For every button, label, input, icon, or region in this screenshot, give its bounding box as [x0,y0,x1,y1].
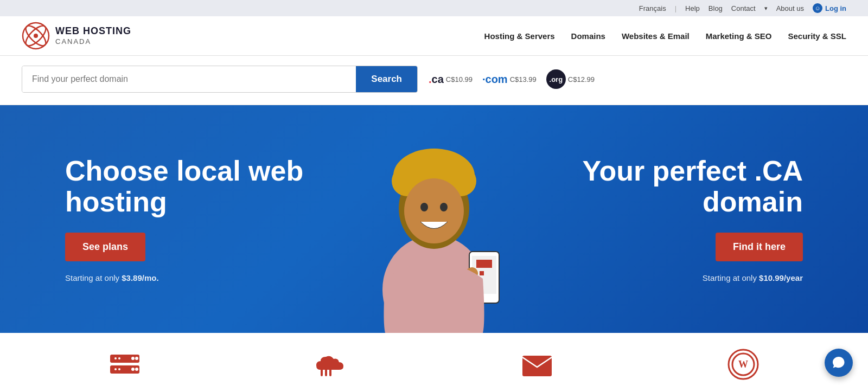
hero-left: Choose local web hosting See plans Start… [0,156,304,282]
header: WEB HOSTING CANADA Hosting & Servers Dom… [0,16,868,56]
hero-left-heading: Choose local web hosting [65,156,304,217]
ca-ext: .ca [429,73,444,86]
search-form: Search [22,66,418,93]
domain-ca-badge[interactable]: .ca C$10.99 [429,73,473,86]
svg-rect-27 [522,356,552,376]
svg-point-10 [404,178,464,243]
user-icon: ☺ [813,3,822,13]
nav-marketing[interactable]: Marketing & SEO [706,31,772,41]
com-ext: ·com [482,73,508,86]
hero-left-starting-price: $3.89/mo. [122,273,158,282]
logo-line2: CANADA [55,37,131,46]
login-label: Log in [825,4,846,12]
contact-chevron-icon: ▾ [764,5,768,12]
chat-icon [832,356,846,370]
hero-center-image [304,105,564,333]
svg-point-25 [114,368,117,370]
logo-line1: WEB HOSTING [55,25,131,37]
see-plans-button[interactable]: See plans [65,233,145,261]
hero-right-starting: Starting at only $10.99/year [564,273,803,282]
svg-point-19 [131,357,135,360]
francais-link[interactable]: Français [639,4,666,12]
hero-left-starting: Starting at only $3.89/mo. [65,273,304,282]
svg-point-26 [118,368,120,370]
search-button[interactable]: Search [356,66,417,92]
domain-com-badge[interactable]: ·com C$13.99 [482,73,537,86]
about-us-link[interactable]: About us [776,4,804,12]
nav-domains[interactable]: Domains [571,31,605,41]
nav-security[interactable]: Security & SSL [788,31,846,41]
hero-right: Your perfect .CA domain Find it here Sta… [564,156,868,282]
main-nav: Hosting & Servers Domains Websites & Ema… [484,31,846,41]
hero-right-starting-price: $10.99/year [759,273,803,282]
contact-link[interactable]: Contact [731,4,756,12]
org-badge-icon: .org [546,69,566,89]
email-icon-item [518,349,556,379]
svg-point-22 [135,368,138,371]
chat-bubble-button[interactable] [825,349,853,377]
nav-websites-email[interactable]: Websites & Email [622,31,690,41]
svg-point-11 [420,203,428,211]
com-price: C$13.99 [510,75,537,83]
top-bar: Français | Help Blog Contact ▾ About us … [0,0,868,16]
svg-point-20 [135,357,138,360]
svg-point-21 [131,368,135,371]
blog-link[interactable]: Blog [709,4,723,12]
cloud-icon [312,349,350,379]
find-it-here-button[interactable]: Find it here [716,233,803,261]
search-bar-section: Search .ca C$10.99 ·com C$13.99 .org C$1… [0,56,868,105]
svg-rect-16 [480,271,484,275]
help-link[interactable]: Help [685,4,700,12]
svg-rect-15 [476,260,492,268]
hero-right-heading: Your perfect .CA domain [564,156,803,217]
nav-hosting[interactable]: Hosting & Servers [484,31,555,41]
hero-left-starting-text: Starting at only [65,273,122,282]
cloud-icon-item [312,349,350,379]
logo[interactable]: WEB HOSTING CANADA [22,22,131,50]
wordpress-icon-item: W [724,349,762,379]
domain-search-input[interactable] [22,66,356,92]
hosting-icon-item [106,349,144,379]
svg-point-3 [34,34,38,38]
separator1: | [675,4,676,12]
wordpress-icon: W [724,349,762,379]
domain-badges: .ca C$10.99 ·com C$13.99 .org C$12.99 [429,69,595,89]
hero-person [331,116,537,333]
svg-point-23 [114,357,117,359]
logo-text: WEB HOSTING CANADA [55,25,131,46]
bottom-icons-section: W [0,333,868,392]
org-price: C$12.99 [568,75,595,83]
email-icon [518,349,556,379]
hero-right-starting-text: Starting at only [703,273,759,282]
svg-point-24 [118,357,120,359]
domain-org-badge[interactable]: .org C$12.99 [546,69,595,89]
hero-section: Choose local web hosting See plans Start… [0,105,868,333]
logo-icon [22,22,50,50]
svg-point-12 [440,203,448,211]
server-icon [106,349,144,379]
ca-price: C$10.99 [446,75,473,83]
login-button[interactable]: ☺ Log in [813,3,846,13]
svg-text:W: W [738,359,748,370]
